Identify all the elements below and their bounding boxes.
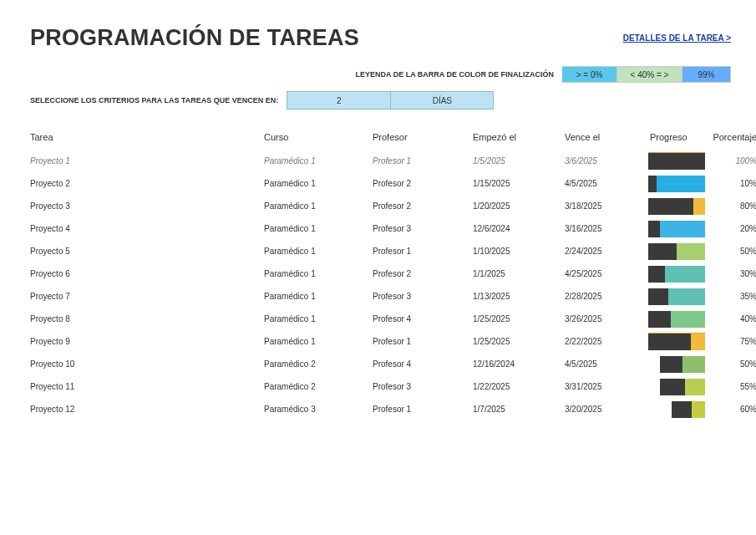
cell-started: 1/1/2025 [473, 269, 565, 278]
cell-started: 1/22/2025 [473, 382, 565, 391]
legend-row: LEYENDA DE LA BARRA DE COLOR DE FINALIZA… [30, 66, 731, 83]
cell-due: 3/26/2025 [565, 314, 648, 324]
cell-instructor: Profesor 2 [373, 269, 473, 278]
table-row: Proyecto 4Paramédico 1Profesor 312/6/202… [30, 217, 731, 240]
table-row: Proyecto 9Paramédico 1Profesor 11/25/202… [30, 330, 731, 353]
cell-task: Proyecto 11 [30, 382, 264, 391]
cell-percent: 50% [708, 247, 756, 256]
progress-bar [648, 355, 708, 374]
cell-started: 12/16/2024 [473, 359, 565, 369]
cell-percent: 40% [708, 314, 756, 324]
cell-started: 1/20/2025 [473, 201, 565, 211]
cell-due: 3/16/2025 [565, 224, 648, 233]
table-row: Proyecto 8Paramédico 1Profesor 41/25/202… [30, 308, 731, 330]
cell-due: 4/25/2025 [565, 269, 648, 278]
cell-instructor: Profesor 3 [373, 382, 473, 391]
table-row: Proyecto 3Paramédico 1Profesor 21/20/202… [30, 195, 731, 217]
table-header: Tarea Curso Profesor Empezó el Vence el … [30, 125, 731, 150]
cell-task: Proyecto 12 [30, 405, 264, 414]
criteria-label: SELECCIONE LOS CRITERIOS PARA LAS TAREAS… [30, 96, 278, 104]
cell-task: Proyecto 8 [30, 314, 264, 324]
cell-started: 12/6/2024 [473, 224, 565, 233]
cell-due: 4/5/2025 [565, 179, 648, 188]
cell-course: Paramédico 1 [264, 156, 373, 166]
cell-instructor: Profesor 4 [373, 359, 473, 369]
cell-task: Proyecto 10 [30, 359, 264, 369]
cell-task: Proyecto 2 [30, 179, 264, 188]
table-row: Proyecto 2Paramédico 1Profesor 21/15/202… [30, 172, 731, 195]
cell-instructor: Profesor 1 [373, 405, 473, 414]
col-due: Vence el [565, 132, 648, 142]
progress-bar [648, 400, 708, 419]
col-course: Curso [264, 132, 373, 142]
cell-instructor: Profesor 4 [373, 314, 473, 324]
cell-due: 2/28/2025 [565, 292, 648, 301]
legend-swatch-low: > = 0% [562, 66, 617, 83]
cell-due: 3/6/2025 [565, 156, 648, 166]
cell-due: 3/18/2025 [565, 201, 648, 211]
cell-course: Paramédico 1 [264, 314, 373, 324]
cell-started: 1/13/2025 [473, 292, 565, 301]
cell-course: Paramédico 3 [264, 405, 373, 414]
cell-course: Paramédico 1 [264, 224, 373, 233]
legend-swatch-mid: < 40% = > [617, 66, 682, 83]
cell-instructor: Profesor 1 [373, 337, 473, 346]
cell-due: 3/20/2025 [565, 405, 648, 414]
criteria-value[interactable]: 2 [287, 91, 390, 110]
col-task: Tarea [30, 132, 264, 142]
cell-task: Proyecto 5 [30, 247, 264, 256]
cell-course: Paramédico 1 [264, 201, 373, 211]
cell-task: Proyecto 3 [30, 201, 264, 211]
cell-percent: 80% [708, 201, 756, 211]
cell-instructor: Profesor 2 [373, 201, 473, 211]
progress-bar [648, 220, 708, 238]
cell-due: 3/31/2025 [565, 382, 648, 391]
cell-percent: 75% [708, 337, 756, 346]
cell-percent: 20% [708, 224, 756, 233]
cell-task: Proyecto 9 [30, 337, 264, 346]
cell-course: Paramédico 2 [264, 359, 373, 369]
table-row: Proyecto 5Paramédico 1Profesor 11/10/202… [30, 240, 731, 262]
cell-course: Paramédico 1 [264, 247, 373, 256]
cell-percent: 55% [708, 382, 756, 391]
cell-percent: 60% [708, 405, 756, 414]
col-percent: Porcentaje [708, 132, 756, 142]
col-instructor: Profesor [373, 132, 473, 142]
cell-task: Proyecto 1 [30, 156, 264, 166]
cell-started: 1/15/2025 [473, 179, 565, 188]
cell-percent: 10% [708, 179, 756, 188]
cell-task: Proyecto 7 [30, 292, 264, 301]
cell-task: Proyecto 6 [30, 269, 264, 278]
col-started: Empezó el [473, 132, 565, 142]
progress-bar [648, 265, 708, 283]
cell-instructor: Profesor 1 [373, 156, 473, 166]
progress-bar [648, 310, 708, 329]
table-row: Proyecto 11Paramédico 2Profesor 31/22/20… [30, 375, 731, 398]
table-row: Proyecto 1Paramédico 1Profesor 11/5/2025… [30, 150, 731, 172]
cell-percent: 50% [708, 359, 756, 369]
cell-instructor: Profesor 3 [373, 292, 473, 301]
cell-task: Proyecto 4 [30, 224, 264, 233]
criteria-row: SELECCIONE LOS CRITERIOS PARA LAS TAREAS… [30, 91, 731, 110]
progress-bar [648, 378, 708, 396]
progress-bar [648, 288, 708, 306]
details-link[interactable]: DETALLES DE LA TAREA > [623, 33, 731, 43]
col-progress: Progreso [648, 132, 708, 142]
progress-bar [648, 152, 708, 171]
table-row: Proyecto 12Paramédico 3Profesor 11/7/202… [30, 398, 731, 420]
cell-instructor: Profesor 1 [373, 247, 473, 256]
table-row: Proyecto 7Paramédico 1Profesor 31/13/202… [30, 285, 731, 308]
progress-bar [648, 175, 708, 193]
task-table: Tarea Curso Profesor Empezó el Vence el … [30, 125, 731, 420]
cell-percent: 30% [708, 269, 756, 278]
cell-course: Paramédico 1 [264, 292, 373, 301]
legend-swatch-high: 99% [682, 66, 731, 83]
cell-course: Paramédico 2 [264, 382, 373, 391]
cell-started: 1/10/2025 [473, 247, 565, 256]
cell-started: 1/25/2025 [473, 337, 565, 346]
cell-percent: 35% [708, 292, 756, 301]
cell-started: 1/7/2025 [473, 405, 565, 414]
legend-label: LEYENDA DE LA BARRA DE COLOR DE FINALIZA… [356, 70, 555, 79]
page-title: PROGRAMACIÓN DE TAREAS [30, 25, 359, 51]
criteria-unit[interactable]: DÍAS [390, 91, 494, 110]
